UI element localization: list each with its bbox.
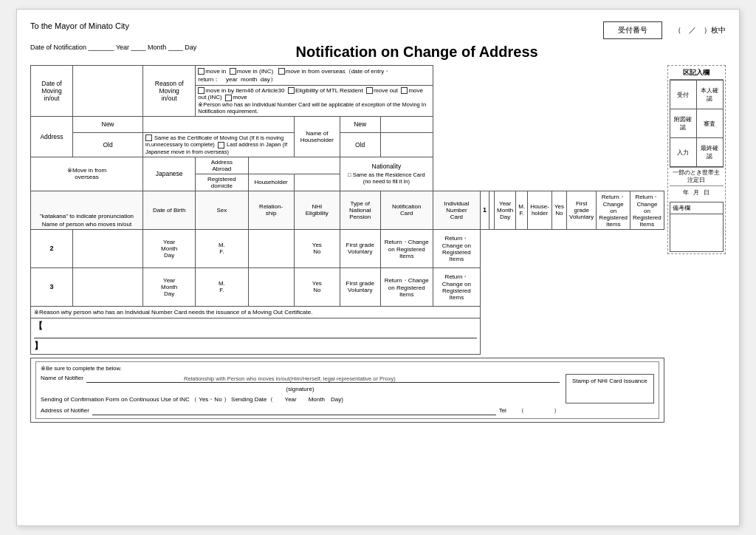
householder-new-label: New bbox=[340, 116, 380, 132]
dob-header: Date of Birth bbox=[143, 191, 196, 229]
person-2-name[interactable] bbox=[73, 229, 143, 268]
householder-sub-input[interactable] bbox=[294, 174, 340, 191]
householder-old-label: Old bbox=[340, 132, 380, 157]
person-3-dob: YearMonthDay bbox=[143, 268, 196, 306]
main-title: Notification on Change of Address bbox=[196, 44, 637, 61]
date-moving-cell: Date ofMovingin/out bbox=[31, 66, 73, 117]
be-sure-label: ※Be sure to complete the below. bbox=[41, 365, 654, 372]
signature-label: (signature) bbox=[41, 386, 560, 392]
stamp-box: Stamp of NHI Card Issuance bbox=[566, 374, 654, 403]
bottom-section: ※Be sure to complete the below. Name of … bbox=[30, 358, 664, 423]
reason-options-row1: move in move in (INC) move in from overs… bbox=[196, 66, 433, 86]
address-abroad-input[interactable] bbox=[248, 157, 340, 174]
right-header: 受付番号 （ ／ ）枚中 bbox=[603, 21, 726, 39]
katakana-header: "katakana" to indicate pronunciation Nam… bbox=[31, 191, 143, 229]
nhi-header: NHIEligibility bbox=[294, 191, 340, 229]
bracket-row[interactable]: 【 】 bbox=[31, 318, 481, 354]
person-2-individual: Return・Change on Registered Items bbox=[433, 229, 480, 268]
sending-label: Sending of Confirmation Form on Continuo… bbox=[41, 395, 560, 403]
name-notifier-label: Name of Notifier bbox=[41, 375, 83, 381]
date-line: Date of Notification _______ Year ____ M… bbox=[30, 42, 196, 51]
address-new-input[interactable] bbox=[143, 116, 295, 132]
address-abroad-label: AddressAbroad bbox=[196, 157, 248, 174]
bikou-label: 備考欄 bbox=[670, 202, 723, 214]
fuzukakunin-label: 附図確認 bbox=[670, 109, 696, 138]
address-notifier-label: Address of Notifier bbox=[41, 407, 89, 414]
bottom-inner: ※Be sure to complete the below. Name of … bbox=[35, 361, 659, 419]
year-month-day-row: 年 月 日 bbox=[670, 185, 724, 199]
person-1-notification: Return・Change on Registered Items bbox=[597, 191, 630, 229]
person-3-nhi: YesNo bbox=[294, 268, 340, 306]
page: To the Mayor of Minato City 受付番号 （ ／ ）枚中… bbox=[16, 9, 740, 526]
address-old-input: Same as the Certificate of Moving Out (I… bbox=[143, 132, 295, 157]
main-table: Date ofMovingin/out Reason ofMovingin/ou… bbox=[30, 65, 664, 355]
new-label: New bbox=[73, 116, 143, 132]
pension-header: Type ofNationalPension bbox=[340, 191, 380, 229]
householder-old-input[interactable] bbox=[380, 132, 433, 157]
person-2-sex: M.F. bbox=[196, 229, 248, 268]
householder-sub-label: Householder bbox=[248, 174, 294, 191]
nationality-cell: Nationality □ Same as the Residence Card… bbox=[340, 157, 433, 191]
address-notifier-input[interactable] bbox=[92, 406, 496, 415]
reason-note: ※Reason why person who has an Individual… bbox=[31, 306, 481, 318]
person-1-num: 1 bbox=[481, 191, 489, 229]
no-fill: (no need to fill it in) bbox=[343, 178, 430, 185]
person-2-rel[interactable] bbox=[248, 229, 294, 268]
stamp-label: Stamp of NHI Card Issuance bbox=[572, 378, 647, 384]
person-2-nhi: YesNo bbox=[294, 229, 340, 268]
person-3-notification: Return・Change on Registered Items bbox=[380, 268, 433, 306]
person-2-notification: Return・Change on Registered Items bbox=[380, 229, 433, 268]
reception-label: 受付番号 bbox=[618, 26, 647, 34]
person-3-num: 3 bbox=[31, 268, 73, 306]
tel-label: Tel （ ） bbox=[499, 406, 560, 415]
address-label-cell: Address bbox=[31, 116, 73, 157]
japanese-label: Japanese bbox=[143, 157, 196, 191]
nationality-label: Nationality bbox=[343, 163, 430, 170]
bikou-box: 備考欄 bbox=[670, 202, 724, 252]
city-name: To the Mayor of Minato City bbox=[30, 21, 129, 30]
person-1-nhi: YesNo bbox=[551, 191, 566, 229]
relationship-label: Relationship with Person who moves in/ou… bbox=[184, 375, 396, 382]
same-residence: □ Same as the Residence Card bbox=[343, 171, 430, 178]
sheet-label: （ ／ ）枚中 bbox=[674, 25, 726, 35]
registered-domicile-label: Registereddomicile bbox=[196, 174, 248, 191]
person-3-name[interactable] bbox=[73, 268, 143, 306]
overseas-label: ※Move in fromoverseas bbox=[31, 157, 143, 191]
sex-header: Sex bbox=[196, 191, 248, 229]
person-3-individual: Return・Change on Registered Items bbox=[433, 268, 480, 306]
reception-box: 受付番号 bbox=[603, 21, 662, 39]
notification-header: NotificationCard bbox=[380, 191, 433, 229]
person-1-dob: Year Month Day bbox=[495, 191, 516, 229]
person-2-pension: First gradeVoluntary bbox=[340, 229, 380, 268]
person-2-dob: YearMonthDay bbox=[143, 229, 196, 268]
reason-options-row2: move in by Item46 of Article30 Eligibili… bbox=[196, 86, 433, 117]
person-1-individual: Return・Change on Registered Items bbox=[630, 191, 664, 229]
honnin-label: 本人確認 bbox=[696, 81, 723, 109]
person-3-pension: First gradeVoluntary bbox=[340, 268, 380, 306]
relationship-header: Relation-ship bbox=[248, 191, 294, 229]
person-1-rel: House-holder bbox=[528, 191, 552, 229]
right-panel: 区記入欄 受付 本人確認 附図確認 審査 入力 最終確認 一部のとき世帯 bbox=[667, 65, 726, 423]
top-header: To the Mayor of Minato City 受付番号 （ ／ ）枚中 bbox=[30, 21, 726, 39]
shinsa-label: 審査 bbox=[696, 109, 723, 138]
person-2-num: 2 bbox=[31, 229, 73, 268]
person-1-pension: First gradeVoluntary bbox=[567, 191, 597, 229]
person-3-sex: M.F. bbox=[196, 268, 248, 306]
householder-label: Name ofHouseholder bbox=[294, 116, 340, 157]
date-moving-input[interactable] bbox=[73, 66, 143, 117]
nyuryoku-label: 入力 bbox=[670, 138, 696, 167]
person-1-sex: M.F. bbox=[516, 191, 528, 229]
bikou-content[interactable] bbox=[670, 214, 723, 251]
saishuu-label: 最終確認 bbox=[696, 138, 723, 167]
householder-new-input[interactable] bbox=[380, 116, 433, 132]
date-label: 一部のとき世帯主注定日 bbox=[670, 167, 724, 185]
old-label: Old bbox=[73, 132, 143, 157]
individual-header: IndividualNumberCard bbox=[433, 191, 480, 229]
person-3-rel[interactable] bbox=[248, 268, 294, 306]
reason-label: Reason ofMovingin/out bbox=[143, 66, 196, 117]
person-1-name[interactable] bbox=[489, 191, 495, 229]
uketsuke-label: 受付 bbox=[670, 81, 696, 109]
right-panel-title: 区記入欄 bbox=[670, 67, 724, 80]
